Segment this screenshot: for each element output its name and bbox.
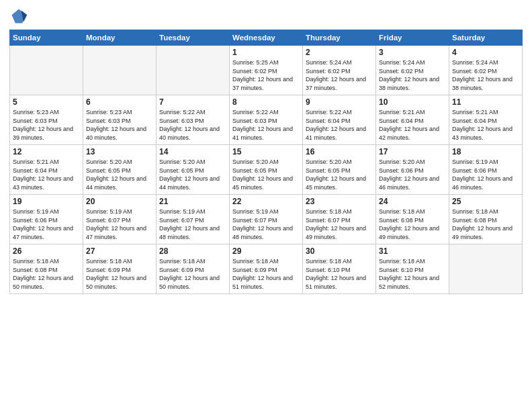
calendar-cell: 21Sunrise: 5:19 AM Sunset: 6:07 PM Dayli… (157, 195, 230, 244)
calendar-cell: 29Sunrise: 5:18 AM Sunset: 6:09 PM Dayli… (230, 244, 303, 294)
weekday-header-row: SundayMondayTuesdayWednesdayThursdayFrid… (10, 30, 523, 46)
cell-info: Sunrise: 5:20 AM Sunset: 6:05 PM Dayligh… (86, 158, 153, 191)
calendar-cell: 24Sunrise: 5:18 AM Sunset: 6:08 PM Dayli… (376, 195, 449, 244)
cell-info: Sunrise: 5:20 AM Sunset: 6:06 PM Dayligh… (379, 158, 446, 191)
calendar-cell: 10Sunrise: 5:21 AM Sunset: 6:04 PM Dayli… (376, 95, 449, 145)
day-number: 8 (232, 97, 300, 107)
day-number: 7 (159, 97, 226, 107)
cell-info: Sunrise: 5:18 AM Sunset: 6:09 PM Dayligh… (86, 257, 153, 291)
day-number: 12 (13, 147, 80, 156)
day-number: 29 (232, 246, 300, 256)
weekday-header-wednesday: Wednesday (230, 30, 303, 46)
calendar-cell (10, 46, 83, 95)
calendar-cell: 9Sunrise: 5:22 AM Sunset: 6:04 PM Daylig… (303, 95, 376, 145)
cell-info: Sunrise: 5:18 AM Sunset: 6:08 PM Dayligh… (13, 257, 80, 291)
cell-info: Sunrise: 5:22 AM Sunset: 6:03 PM Dayligh… (159, 108, 226, 142)
calendar-week-row: 5Sunrise: 5:23 AM Sunset: 6:03 PM Daylig… (10, 95, 523, 145)
day-number: 3 (379, 48, 446, 57)
day-number: 31 (379, 246, 446, 256)
day-number: 14 (159, 147, 226, 156)
day-number: 5 (13, 97, 80, 107)
cell-info: Sunrise: 5:18 AM Sunset: 6:10 PM Dayligh… (306, 257, 373, 291)
day-number: 6 (86, 97, 153, 107)
calendar-cell: 28Sunrise: 5:18 AM Sunset: 6:09 PM Dayli… (157, 244, 230, 294)
logo (9, 7, 30, 26)
cell-info: Sunrise: 5:19 AM Sunset: 6:06 PM Dayligh… (452, 158, 519, 191)
calendar-cell: 19Sunrise: 5:19 AM Sunset: 6:06 PM Dayli… (10, 195, 83, 244)
calendar-week-row: 26Sunrise: 5:18 AM Sunset: 6:08 PM Dayli… (10, 244, 523, 294)
calendar-cell: 6Sunrise: 5:23 AM Sunset: 6:03 PM Daylig… (83, 95, 157, 145)
cell-info: Sunrise: 5:24 AM Sunset: 6:02 PM Dayligh… (452, 58, 519, 92)
cell-info: Sunrise: 5:23 AM Sunset: 6:03 PM Dayligh… (86, 108, 153, 142)
calendar-cell: 14Sunrise: 5:20 AM Sunset: 6:05 PM Dayli… (157, 145, 230, 195)
cell-info: Sunrise: 5:22 AM Sunset: 6:03 PM Dayligh… (232, 108, 300, 142)
calendar-table: SundayMondayTuesdayWednesdayThursdayFrid… (9, 30, 523, 294)
cell-info: Sunrise: 5:18 AM Sunset: 6:08 PM Dayligh… (379, 208, 446, 241)
cell-info: Sunrise: 5:20 AM Sunset: 6:05 PM Dayligh… (306, 158, 373, 191)
header (9, 7, 523, 26)
calendar-cell (449, 244, 523, 294)
calendar-cell: 2Sunrise: 5:24 AM Sunset: 6:02 PM Daylig… (303, 46, 376, 95)
calendar-week-row: 1Sunrise: 5:25 AM Sunset: 6:02 PM Daylig… (10, 46, 523, 95)
weekday-header-monday: Monday (83, 30, 157, 46)
cell-info: Sunrise: 5:18 AM Sunset: 6:08 PM Dayligh… (452, 208, 519, 241)
calendar-cell: 27Sunrise: 5:18 AM Sunset: 6:09 PM Dayli… (83, 244, 157, 294)
calendar-cell: 3Sunrise: 5:24 AM Sunset: 6:02 PM Daylig… (376, 46, 449, 95)
weekday-header-tuesday: Tuesday (157, 30, 230, 46)
cell-info: Sunrise: 5:20 AM Sunset: 6:05 PM Dayligh… (159, 158, 226, 191)
calendar-cell: 8Sunrise: 5:22 AM Sunset: 6:03 PM Daylig… (230, 95, 303, 145)
calendar-week-row: 19Sunrise: 5:19 AM Sunset: 6:06 PM Dayli… (10, 195, 523, 244)
cell-info: Sunrise: 5:19 AM Sunset: 6:07 PM Dayligh… (159, 208, 226, 241)
cell-info: Sunrise: 5:18 AM Sunset: 6:09 PM Dayligh… (232, 257, 300, 291)
day-number: 9 (306, 97, 373, 107)
day-number: 11 (452, 97, 519, 107)
day-number: 27 (86, 246, 153, 256)
cell-info: Sunrise: 5:22 AM Sunset: 6:04 PM Dayligh… (306, 108, 373, 142)
weekday-header-sunday: Sunday (10, 30, 83, 46)
cell-info: Sunrise: 5:21 AM Sunset: 6:04 PM Dayligh… (452, 108, 519, 142)
cell-info: Sunrise: 5:23 AM Sunset: 6:03 PM Dayligh… (13, 108, 80, 142)
cell-info: Sunrise: 5:21 AM Sunset: 6:04 PM Dayligh… (379, 108, 446, 142)
day-number: 15 (232, 147, 300, 156)
calendar-cell: 16Sunrise: 5:20 AM Sunset: 6:05 PM Dayli… (303, 145, 376, 195)
cell-info: Sunrise: 5:24 AM Sunset: 6:02 PM Dayligh… (306, 58, 373, 92)
day-number: 24 (379, 197, 446, 206)
weekday-header-thursday: Thursday (303, 30, 376, 46)
cell-info: Sunrise: 5:19 AM Sunset: 6:06 PM Dayligh… (13, 208, 80, 241)
day-number: 30 (306, 246, 373, 256)
main-container: SundayMondayTuesdayWednesdayThursdayFrid… (0, 0, 532, 301)
calendar-cell: 25Sunrise: 5:18 AM Sunset: 6:08 PM Dayli… (449, 195, 523, 244)
cell-info: Sunrise: 5:18 AM Sunset: 6:07 PM Dayligh… (306, 208, 373, 241)
calendar-cell: 20Sunrise: 5:19 AM Sunset: 6:07 PM Dayli… (83, 195, 157, 244)
calendar-cell: 12Sunrise: 5:21 AM Sunset: 6:04 PM Dayli… (10, 145, 83, 195)
cell-info: Sunrise: 5:18 AM Sunset: 6:10 PM Dayligh… (379, 257, 446, 291)
logo-icon (9, 7, 28, 26)
day-number: 16 (306, 147, 373, 156)
day-number: 2 (306, 48, 373, 57)
cell-info: Sunrise: 5:19 AM Sunset: 6:07 PM Dayligh… (86, 208, 153, 241)
calendar-cell: 30Sunrise: 5:18 AM Sunset: 6:10 PM Dayli… (303, 244, 376, 294)
day-number: 19 (13, 197, 80, 206)
calendar-cell: 15Sunrise: 5:20 AM Sunset: 6:05 PM Dayli… (230, 145, 303, 195)
day-number: 22 (232, 197, 300, 206)
day-number: 10 (379, 97, 446, 107)
calendar-cell (157, 46, 230, 95)
calendar-cell: 1Sunrise: 5:25 AM Sunset: 6:02 PM Daylig… (230, 46, 303, 95)
day-number: 23 (306, 197, 373, 206)
day-number: 17 (379, 147, 446, 156)
weekday-header-saturday: Saturday (449, 30, 523, 46)
cell-info: Sunrise: 5:24 AM Sunset: 6:02 PM Dayligh… (379, 58, 446, 92)
calendar-cell: 18Sunrise: 5:19 AM Sunset: 6:06 PM Dayli… (449, 145, 523, 195)
calendar-cell: 7Sunrise: 5:22 AM Sunset: 6:03 PM Daylig… (157, 95, 230, 145)
calendar-cell: 11Sunrise: 5:21 AM Sunset: 6:04 PM Dayli… (449, 95, 523, 145)
day-number: 4 (452, 48, 519, 57)
calendar-cell: 23Sunrise: 5:18 AM Sunset: 6:07 PM Dayli… (303, 195, 376, 244)
calendar-week-row: 12Sunrise: 5:21 AM Sunset: 6:04 PM Dayli… (10, 145, 523, 195)
day-number: 26 (13, 246, 80, 256)
day-number: 1 (232, 48, 300, 57)
day-number: 21 (159, 197, 226, 206)
weekday-header-friday: Friday (376, 30, 449, 46)
calendar-cell: 5Sunrise: 5:23 AM Sunset: 6:03 PM Daylig… (10, 95, 83, 145)
calendar-cell: 4Sunrise: 5:24 AM Sunset: 6:02 PM Daylig… (449, 46, 523, 95)
calendar-cell: 31Sunrise: 5:18 AM Sunset: 6:10 PM Dayli… (376, 244, 449, 294)
